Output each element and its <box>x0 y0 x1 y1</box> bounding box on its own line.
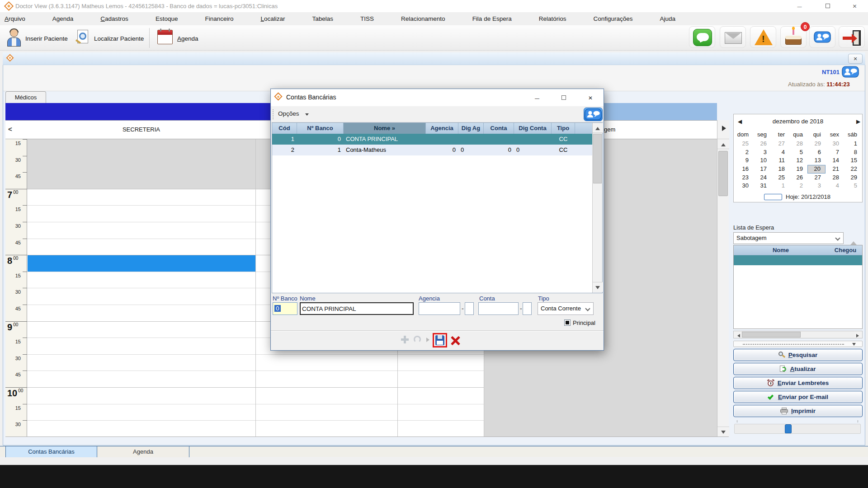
calendar-day[interactable]: 5 <box>844 182 862 190</box>
calendar-next-icon[interactable]: ▶ <box>856 118 860 125</box>
alerts-button[interactable] <box>750 26 776 48</box>
menu-item-ajuda[interactable]: Ajuda <box>660 15 676 22</box>
menu-item-cadastros[interactable]: Cadastros <box>100 15 128 22</box>
tab-agenda[interactable]: Agenda <box>97 446 189 457</box>
calendar-day[interactable]: 6 <box>807 148 826 157</box>
maximize-button[interactable] <box>817 0 838 12</box>
grid-col-tipo[interactable]: Tipo <box>552 123 575 134</box>
refresh-record-button[interactable] <box>414 336 421 343</box>
pesquisar-button[interactable]: Pesquisar <box>733 349 863 361</box>
schedule-next-button[interactable] <box>717 120 729 139</box>
enviar-email-button[interactable]: Enviar por E-mail <box>733 391 863 403</box>
scroll-thumb[interactable] <box>718 151 728 196</box>
tab-medicos[interactable]: Médicos <box>5 91 46 103</box>
calendar-day[interactable]: 10 <box>753 156 771 165</box>
schedule-prev-button[interactable]: < <box>8 125 12 133</box>
zoom-slider-thumb[interactable] <box>785 424 792 433</box>
agencia-dig-input[interactable] <box>465 302 474 315</box>
scroll-down-button[interactable] <box>717 427 729 436</box>
calendar-day[interactable]: 25 <box>735 140 753 148</box>
conta-input[interactable] <box>478 302 519 315</box>
grid-vertical-scrollbar[interactable] <box>592 123 602 293</box>
calendar-day[interactable]: 1 <box>771 182 789 190</box>
enviar-lembretes-button[interactable]: Enviar Lembretes <box>733 377 863 389</box>
calendar-day[interactable]: 21 <box>826 165 844 174</box>
calendar-day[interactable]: 11 <box>771 156 789 165</box>
scroll-down-button[interactable] <box>593 282 603 292</box>
opcoes-menu[interactable]: Opções <box>278 110 299 117</box>
waitlist-select[interactable]: Sabotagem <box>733 232 844 244</box>
calendar-day[interactable]: 18 <box>771 165 789 174</box>
calendar-day[interactable]: 31 <box>753 182 771 190</box>
imprimir-button[interactable]: Imprimir <box>733 405 863 417</box>
calendar-day[interactable]: 26 <box>753 140 771 148</box>
exit-button[interactable] <box>839 26 865 48</box>
menu-item-agenda[interactable]: Agenda <box>52 15 74 22</box>
calendar-day[interactable]: 22 <box>844 165 862 174</box>
locate-patient-icon[interactable] <box>75 29 91 47</box>
calendar-day[interactable]: 24 <box>753 174 771 182</box>
banco-input[interactable]: 0 <box>273 302 297 315</box>
atualizar-button[interactable]: Atualizar <box>733 363 863 375</box>
scroll-thumb[interactable] <box>742 332 801 338</box>
locate-patient-button[interactable]: Localizar Paciente <box>94 35 144 42</box>
whatsapp-chat-button[interactable] <box>689 26 715 48</box>
calendar-day[interactable]: 15 <box>844 156 862 165</box>
calendar-day[interactable]: 17 <box>753 165 771 174</box>
agenda-button[interactable]: Agenda <box>177 35 198 42</box>
calendar-day[interactable]: 30 <box>826 140 844 148</box>
agenda-window-close-button[interactable] <box>848 54 863 64</box>
menu-item-financeiro[interactable]: Financeiro <box>205 15 233 22</box>
menu-item-tabelas[interactable]: Tabelas <box>312 15 334 22</box>
calendar-day[interactable]: 16 <box>735 165 753 174</box>
waitlist-table[interactable]: NomeChegouAgenda <box>733 245 863 329</box>
nome-input[interactable]: CONTA PRINCIPAL <box>300 302 414 315</box>
menu-item-relacionamento[interactable]: Relacionamento <box>401 15 445 22</box>
grid-col-nome[interactable]: Nome » <box>344 123 426 134</box>
calendar-day[interactable]: 14 <box>826 156 844 165</box>
menu-item-configuracoes[interactable]: Configurações <box>593 15 632 22</box>
calendar-day[interactable]: 28 <box>789 140 807 148</box>
calendar-day[interactable]: 20 <box>807 165 826 174</box>
bank-account-row[interactable]: 10CONTA PRINCIPALCC <box>272 134 602 145</box>
calendar-day[interactable]: 3 <box>753 148 771 157</box>
conta-dig-input[interactable] <box>523 302 532 315</box>
menu-item-estoque[interactable]: Estoque <box>156 15 178 22</box>
mail-button[interactable] <box>720 26 746 48</box>
insert-patient-button[interactable]: Inserir Paciente <box>25 35 68 42</box>
calendar-day[interactable]: 26 <box>789 174 807 182</box>
scroll-right-button[interactable] <box>854 331 862 338</box>
principal-checkbox[interactable] <box>564 319 571 326</box>
calendar-day[interactable]: 29 <box>844 174 862 182</box>
calendar-day[interactable]: 2 <box>789 182 807 190</box>
calendar-day[interactable]: 27 <box>771 140 789 148</box>
grid-col-dig-conta[interactable]: Dig Conta <box>514 123 552 134</box>
panel-splitter[interactable] <box>733 341 863 347</box>
calendar-day[interactable]: 19 <box>789 165 807 174</box>
grid-col-conta[interactable]: Conta <box>484 123 514 134</box>
calendar-day[interactable]: 5 <box>789 148 807 157</box>
grid-col-cod[interactable]: Cód <box>272 123 297 134</box>
tipo-select[interactable]: Conta Corrente <box>538 302 594 315</box>
calendar-day[interactable]: 27 <box>807 174 826 182</box>
tab-contas-bancarias[interactable]: Contas Bancárias <box>5 446 97 457</box>
birthday-button[interactable]: 0 <box>780 26 807 48</box>
menu-item-tiss[interactable]: TISS <box>360 15 374 22</box>
zoom-slider[interactable] <box>734 424 861 434</box>
scroll-left-button[interactable] <box>734 331 741 338</box>
close-button[interactable] <box>844 0 865 12</box>
communication-button[interactable] <box>809 26 835 48</box>
schedule-vertical-scrollbar[interactable] <box>717 120 729 436</box>
calendar-day[interactable]: 4 <box>826 182 844 190</box>
calendar-day[interactable]: 1 <box>844 140 862 148</box>
calendar-day[interactable]: 3 <box>807 182 826 190</box>
calendar-day[interactable]: 13 <box>807 156 826 165</box>
cancel-button[interactable] <box>451 336 460 345</box>
calendar-day[interactable]: 8 <box>844 148 862 157</box>
calendar-day[interactable]: 25 <box>771 174 789 182</box>
insert-patient-icon[interactable] <box>6 29 22 47</box>
menu-item-arquivo[interactable]: Arquivo <box>5 15 25 22</box>
calendar-day[interactable]: 2 <box>735 148 753 157</box>
agencia-input[interactable] <box>419 302 460 315</box>
dialog-maximize-button[interactable] <box>554 91 574 104</box>
